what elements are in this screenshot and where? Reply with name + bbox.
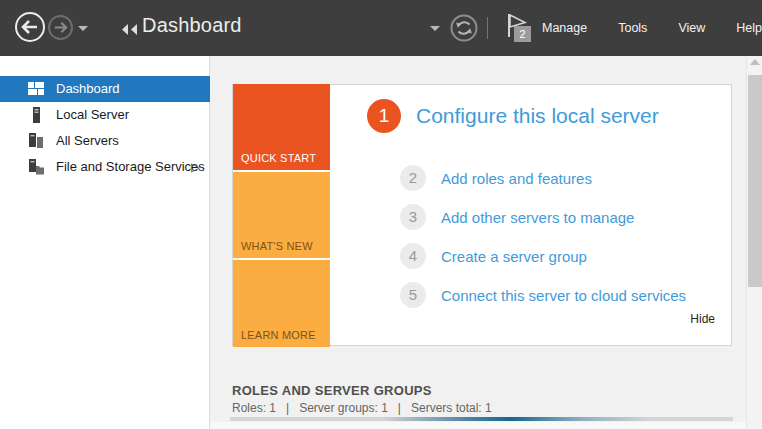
roles-section-heading: ROLES AND SERVER GROUPS [232, 383, 432, 398]
welcome-tile: QUICK START WHAT'S NEW LEARN MORE 1 Conf… [232, 84, 732, 346]
hide-link[interactable]: Hide [690, 312, 715, 326]
task-add-other-servers[interactable]: 3 Add other servers to manage [400, 204, 634, 230]
title-dropdown-icon[interactable] [430, 26, 440, 31]
whats-new-panel: WHAT'S NEW [233, 172, 330, 258]
sidebar-item-label: File and Storage Services [56, 159, 205, 175]
task-number-badge: 1 [367, 99, 401, 133]
page-title: Dashboard [142, 14, 242, 37]
learn-more-panel: LEARN MORE [233, 260, 330, 347]
learn-more-label: LEARN MORE [241, 329, 316, 341]
title-bar: Dashboard 2 Manage Tools View Help [0, 0, 762, 56]
menu-help[interactable]: Help [734, 17, 762, 39]
file-storage-services-icon [28, 159, 44, 175]
navigation-sidebar: Dashboard Local Server All Servers [0, 56, 210, 429]
task-number-badge: 2 [400, 165, 426, 191]
back-arrow-icon [17, 14, 43, 40]
task-link[interactable]: Add other servers to manage [441, 209, 634, 226]
menu-tools[interactable]: Tools [616, 17, 649, 39]
refresh-icon [450, 30, 478, 45]
collapse-chevrons-icon[interactable] [121, 21, 138, 39]
sidebar-item-file-storage-services[interactable]: File and Storage Services ▷ [0, 154, 210, 180]
menu-view[interactable]: View [676, 17, 707, 39]
sidebar-item-label: All Servers [56, 133, 119, 149]
nav-history-dropdown-icon[interactable] [78, 26, 88, 31]
task-configure-local-server[interactable]: 1 Configure this local server [367, 99, 659, 133]
sidebar-item-dashboard[interactable]: Dashboard [0, 76, 210, 102]
notification-count-badge: 2 [514, 26, 531, 42]
task-number-badge: 5 [400, 282, 426, 308]
quick-start-panel: QUICK START [233, 84, 330, 170]
roles-panel-top [210, 422, 746, 429]
menu-manage[interactable]: Manage [540, 17, 589, 39]
scroll-up-icon[interactable] [750, 59, 760, 65]
sidebar-item-local-server[interactable]: Local Server [0, 102, 210, 128]
task-link[interactable]: Configure this local server [416, 104, 659, 128]
forward-arrow-icon [50, 17, 71, 38]
notifications-flag-button[interactable]: 2 [503, 11, 535, 45]
task-number-badge: 4 [400, 243, 426, 269]
task-link[interactable]: Create a server group [441, 248, 587, 265]
expand-chevron-icon[interactable]: ▷ [191, 159, 200, 175]
menu-bar: Manage Tools View Help [540, 0, 762, 56]
sidebar-item-all-servers[interactable]: All Servers [0, 128, 210, 154]
quick-start-label: QUICK START [241, 152, 316, 164]
sidebar-item-label: Local Server [56, 107, 129, 123]
back-button[interactable] [15, 12, 45, 42]
task-create-server-group[interactable]: 4 Create a server group [400, 243, 587, 269]
task-connect-cloud-services[interactable]: 5 Connect this server to cloud services [400, 282, 686, 308]
refresh-button[interactable] [450, 14, 478, 42]
welcome-heading-clipped: WELCOME TO SERVER MANAGER [232, 56, 532, 60]
whats-new-label: WHAT'S NEW [241, 240, 313, 252]
forward-button[interactable] [48, 15, 73, 40]
task-link[interactable]: Connect this server to cloud services [441, 287, 686, 304]
dashboard-tiles-icon [28, 81, 44, 97]
roles-section-stats: Roles: 1 | Server groups: 1 | Servers to… [232, 401, 492, 415]
task-link[interactable]: Add roles and features [441, 170, 592, 187]
task-add-roles-features[interactable]: 2 Add roles and features [400, 165, 592, 191]
toolbar-separator [487, 17, 488, 39]
sidebar-item-label: Dashboard [56, 81, 120, 97]
loading-progress-bar [230, 417, 733, 421]
task-number-badge: 3 [400, 204, 426, 230]
vertical-scrollbar[interactable] [746, 56, 762, 429]
local-server-icon [28, 107, 44, 123]
scrollbar-thumb[interactable] [748, 75, 762, 287]
all-servers-icon [28, 133, 44, 149]
